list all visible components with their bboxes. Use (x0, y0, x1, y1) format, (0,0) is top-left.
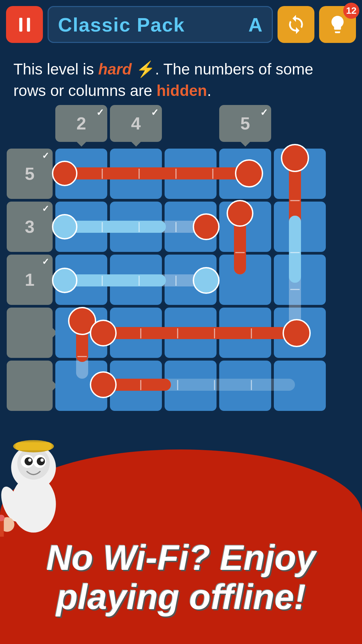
cell-r2c4[interactable] (219, 202, 271, 252)
lightning-icon: ⚡ (136, 58, 155, 80)
svg-rect-1 (27, 17, 30, 31)
hint-badge: 12 (343, 3, 359, 19)
col2-value: 4 (131, 113, 141, 133)
col1-check: ✓ (96, 107, 104, 118)
col-header-4: ✓ 5 (219, 105, 271, 142)
cell-r1c4[interactable] (219, 149, 271, 199)
game-grid: ✓ 2 ✓ 4 ✓ 5 ✓ 5 (7, 105, 355, 411)
cell-r4c3[interactable] (165, 308, 217, 358)
replay-button[interactable] (278, 6, 314, 43)
row5-cells (55, 361, 326, 411)
svg-rect-0 (19, 17, 22, 31)
cell-r5c4[interactable] (219, 361, 271, 411)
bottom-line2: playing offline! (0, 577, 362, 617)
row2-check: ✓ (42, 204, 49, 214)
cell-r2c2[interactable] (110, 202, 162, 252)
cell-r4c4[interactable] (219, 308, 271, 358)
header: Classic Pack A 12 (0, 0, 362, 49)
hidden-label: hidden (157, 82, 207, 99)
cell-r3c1[interactable] (55, 255, 107, 305)
row1-cells (55, 149, 326, 199)
hard-label: hard (98, 60, 132, 78)
grid-row-2: ✓ 3 (7, 202, 355, 252)
col1-value: 2 (76, 113, 86, 133)
col-header-empty (165, 105, 217, 142)
desc-text-before: This level is (13, 60, 98, 78)
grid-row-5 (7, 361, 355, 411)
cell-r2c1[interactable] (55, 202, 107, 252)
cell-r1c5[interactable] (274, 149, 326, 199)
grid-row-3: ✓ 1 (7, 255, 355, 305)
svg-rect-67 (15, 442, 52, 450)
cell-r1c1[interactable] (55, 149, 107, 199)
row3-cells (55, 255, 326, 305)
svg-point-63 (37, 457, 45, 465)
robot-mascot (0, 423, 77, 537)
cell-r5c1[interactable] (55, 361, 107, 411)
bottom-line1: No Wi-Fi? Enjoy (0, 538, 362, 577)
pause-button[interactable] (6, 6, 43, 43)
cell-r1c3[interactable] (165, 149, 217, 199)
desc-text-end: . (207, 82, 212, 99)
col4-check: ✓ (260, 107, 268, 118)
cell-r2c5[interactable] (274, 202, 326, 252)
row-header-2: ✓ 3 (7, 202, 53, 252)
row-header-4 (7, 308, 53, 358)
pack-name: Classic Pack (58, 13, 185, 36)
pack-label: Classic Pack A (48, 6, 273, 43)
cell-r4c1[interactable] (55, 308, 107, 358)
grid-rows: ✓ 5 ✓ 3 (7, 149, 355, 411)
row3-check: ✓ (42, 257, 49, 267)
col4-value: 5 (240, 113, 250, 133)
row2-value: 3 (25, 217, 35, 237)
bottom-text: No Wi-Fi? Enjoy playing offline! (0, 538, 362, 618)
row3-value: 1 (25, 270, 35, 290)
cell-r4c2[interactable] (110, 308, 162, 358)
svg-point-65 (41, 459, 44, 462)
row-header-3: ✓ 1 (7, 255, 53, 305)
row-header-1: ✓ 5 (7, 149, 53, 199)
bottom-section: No Wi-Fi? Enjoy playing offline! (0, 416, 362, 644)
row4-cells (55, 308, 326, 358)
grid-row-1: ✓ 5 (7, 149, 355, 199)
grid-row-4 (7, 308, 355, 358)
cell-r5c5[interactable] (274, 361, 326, 411)
col-header-2: ✓ 4 (110, 105, 162, 142)
row-header-5 (7, 361, 53, 411)
col-headers: ✓ 2 ✓ 4 ✓ 5 (55, 105, 355, 142)
cell-r2c3[interactable] (165, 202, 217, 252)
cell-r3c3[interactable] (165, 255, 217, 305)
cell-r5c2[interactable] (110, 361, 162, 411)
cell-r5c3[interactable] (165, 361, 217, 411)
svg-point-62 (24, 457, 33, 465)
row1-value: 5 (25, 164, 35, 184)
hint-button[interactable]: 12 (319, 6, 356, 43)
svg-point-64 (28, 459, 32, 462)
cell-r3c2[interactable] (110, 255, 162, 305)
cell-r3c5[interactable] (274, 255, 326, 305)
cell-r3c4[interactable] (219, 255, 271, 305)
pack-letter: A (248, 13, 262, 36)
level-description: This level is hard ⚡. The numbers of som… (0, 49, 362, 105)
row2-cells (55, 202, 326, 252)
row1-check: ✓ (42, 151, 49, 161)
cell-r1c2[interactable] (110, 149, 162, 199)
col2-check: ✓ (151, 107, 159, 118)
col-header-1: ✓ 2 (55, 105, 107, 142)
cell-r4c5[interactable] (274, 308, 326, 358)
